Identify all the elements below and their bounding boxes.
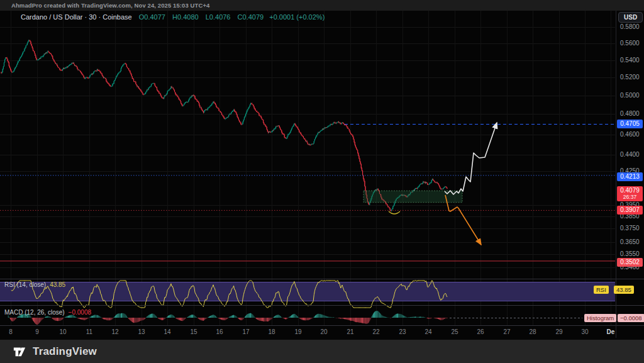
time-tick-26: 26 bbox=[477, 328, 484, 335]
price-label-0.3907: 0.3907 bbox=[617, 206, 643, 215]
time-tick-24: 24 bbox=[425, 328, 431, 335]
currency-toggle-button[interactable]: USD bbox=[618, 12, 643, 23]
histogram-label-badge: Histogram bbox=[584, 314, 616, 322]
chart-canvas[interactable] bbox=[0, 0, 644, 363]
price-label-0.3502: 0.3502 bbox=[617, 258, 643, 267]
histogram-value-badge: −0.0008 bbox=[618, 314, 644, 322]
arc-annotation[interactable] bbox=[389, 211, 400, 214]
demand-zone-rectangle[interactable] bbox=[364, 191, 462, 203]
horizontal-gridlines bbox=[0, 28, 615, 268]
rsi-value: 43.85 bbox=[50, 281, 65, 288]
price-tick-0.4800: 0.4800 bbox=[620, 110, 640, 118]
macd-pane-title[interactable]: MACD (12, 26, close)−0.0008 bbox=[4, 309, 91, 316]
time-tick-8: 8 bbox=[9, 328, 13, 335]
time-tick-23: 23 bbox=[399, 328, 406, 335]
tradingview-logo-icon[interactable] bbox=[13, 345, 26, 359]
time-tick-22: 22 bbox=[372, 328, 379, 335]
ohlc-open: O0.4077 bbox=[139, 13, 165, 21]
time-tick-28: 28 bbox=[529, 328, 536, 335]
bar-countdown: 26:37 bbox=[617, 194, 643, 201]
price-tick-0.5800: 0.5800 bbox=[620, 23, 640, 31]
time-tick-29: 29 bbox=[555, 328, 562, 335]
projection-bullish-path[interactable] bbox=[445, 123, 497, 194]
price-tick-0.5000: 0.5000 bbox=[620, 92, 640, 99]
price-tick-0.5400: 0.5400 bbox=[620, 57, 640, 64]
price-label-0.4079: 0.407926:37 bbox=[617, 186, 643, 201]
candle-bodies-up bbox=[2, 40, 445, 211]
symbol-info-bar[interactable]: Cardano / US Dollar · 30 · Coinbase O0.4… bbox=[21, 13, 325, 21]
time-axis[interactable]: 8910111213141516171819202122232425262728… bbox=[0, 327, 644, 338]
price-tick-0.4400: 0.4400 bbox=[620, 151, 640, 159]
time-tick-17: 17 bbox=[242, 328, 249, 335]
rsi-title-text: RSI (14, close) bbox=[4, 281, 46, 288]
price-tick-0.3550: 0.3550 bbox=[620, 250, 640, 258]
rsi-label-badge: RSI bbox=[594, 286, 609, 294]
price-tick-0.4600: 0.4600 bbox=[620, 131, 640, 138]
time-tick-10: 10 bbox=[59, 328, 66, 335]
footer-brand-bar: TradingView bbox=[0, 340, 644, 363]
price-label-0.4213: 0.4213 bbox=[617, 172, 643, 181]
macd-title-text: MACD (12, 26, close) bbox=[4, 309, 65, 316]
time-tick-15: 15 bbox=[190, 328, 197, 335]
time-tick-18: 18 bbox=[268, 328, 275, 335]
time-tick-14: 14 bbox=[164, 328, 170, 335]
time-tick-30: 30 bbox=[581, 328, 588, 335]
ohlc-low: L0.4076 bbox=[206, 13, 231, 21]
time-tick-12: 12 bbox=[111, 328, 118, 335]
time-tick-25: 25 bbox=[451, 328, 458, 335]
macd-value: −0.0008 bbox=[69, 309, 91, 316]
macd-histogram-grow_below bbox=[13, 318, 447, 325]
brand-name[interactable]: TradingView bbox=[33, 345, 97, 358]
rsi-band bbox=[0, 282, 615, 301]
time-tick-20: 20 bbox=[320, 328, 327, 335]
time-tick-21: 21 bbox=[347, 328, 353, 335]
price-tick-0.3650: 0.3650 bbox=[620, 238, 640, 246]
price-tick-0.5200: 0.5200 bbox=[620, 74, 640, 81]
time-tick-16: 16 bbox=[216, 328, 223, 335]
ohlc-close: C0.4079 bbox=[238, 13, 264, 21]
rsi-value-badge: 43.85 bbox=[614, 286, 634, 294]
price-tick-0.3750: 0.3750 bbox=[620, 225, 640, 232]
symbol-title: Cardano / US Dollar · 30 · Coinbase bbox=[21, 13, 132, 21]
time-tick-9: 9 bbox=[35, 328, 39, 335]
ohlc-high: H0.4080 bbox=[172, 13, 199, 21]
time-tick-11: 11 bbox=[86, 328, 92, 335]
time-tick-13: 13 bbox=[138, 328, 145, 335]
macd-histogram-fall_below bbox=[9, 318, 447, 325]
tradingview-chart-window: AhmadPro created with TradingView.com, N… bbox=[0, 0, 644, 363]
rsi-pane-title[interactable]: RSI (14, close)43.85 bbox=[4, 281, 65, 288]
time-tick-De: De bbox=[607, 328, 615, 335]
price-tick-0.5600: 0.5600 bbox=[620, 40, 640, 47]
time-tick-19: 19 bbox=[294, 328, 301, 335]
price-label-0.4705: 0.4705 bbox=[617, 120, 643, 128]
price-change: +0.0001 (+0.02%) bbox=[269, 13, 325, 21]
vertical-gridlines bbox=[11, 11, 611, 325]
time-tick-27: 27 bbox=[503, 328, 510, 335]
candle-wicks-up bbox=[2, 40, 445, 211]
